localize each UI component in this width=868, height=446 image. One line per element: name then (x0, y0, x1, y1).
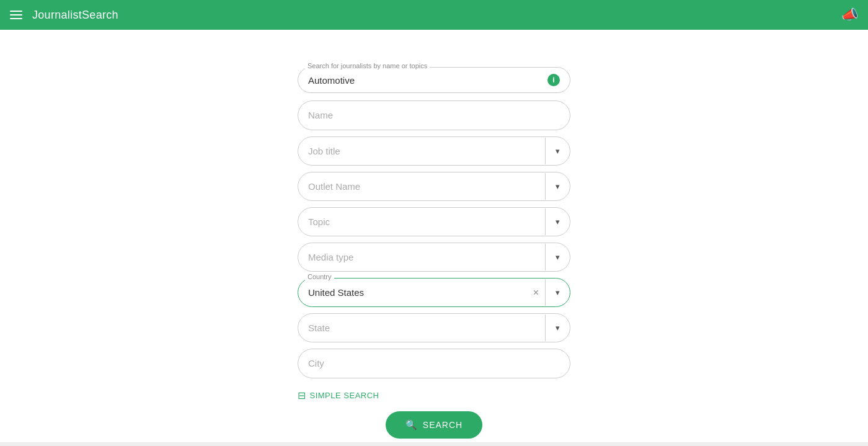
job-title-chevron[interactable]: ▾ (545, 138, 570, 164)
job-title-dropdown[interactable]: Job title ▾ (298, 136, 570, 166)
simple-search-label: SIMPLE SEARCH (310, 391, 379, 400)
footer-bar (0, 442, 868, 446)
outlet-name-dropdown[interactable]: Outlet Name ▾ (298, 172, 570, 201)
city-input-wrapper (298, 349, 570, 378)
name-input-wrapper (298, 100, 570, 130)
country-chevron[interactable]: ▾ (545, 279, 570, 306)
app-header: JournalistSearch 📣 (0, 0, 868, 30)
search-field-label: Search for journalists by name or topics (305, 62, 430, 69)
city-input[interactable] (308, 358, 560, 368)
country-label: Country (305, 273, 334, 280)
outlet-name-chevron[interactable]: ▾ (545, 173, 570, 200)
media-type-chevron[interactable]: ▾ (545, 244, 570, 270)
simple-search-link[interactable]: ⊟ SIMPLE SEARCH (298, 390, 570, 401)
menu-button[interactable] (10, 11, 22, 19)
media-type-label: Media type (298, 243, 545, 271)
media-type-dropdown[interactable]: Media type ▾ (298, 243, 570, 272)
state-chevron[interactable]: ▾ (545, 314, 570, 341)
header-left: JournalistSearch (10, 9, 118, 22)
name-input[interactable] (308, 110, 560, 120)
app-title: JournalistSearch (32, 9, 118, 22)
info-badge[interactable]: i (547, 74, 560, 86)
simple-search-icon: ⊟ (298, 390, 306, 401)
main-search-group: Search for journalists by name or topics… (298, 67, 570, 93)
country-wrapper: United States × ▾ (298, 278, 570, 307)
search-button-icon: 🔍 (405, 419, 418, 430)
job-title-label: Job title (298, 137, 545, 165)
country-group: Country United States × ▾ (298, 278, 570, 307)
topic-chevron[interactable]: ▾ (545, 208, 570, 235)
search-input-wrapper: i (298, 67, 570, 93)
country-value[interactable]: United States (298, 279, 527, 306)
main-search-input[interactable] (308, 75, 547, 86)
topic-label: Topic (298, 208, 545, 236)
topic-dropdown[interactable]: Topic ▾ (298, 207, 570, 236)
state-label: State (298, 314, 545, 342)
country-clear-button[interactable]: × (527, 288, 545, 298)
search-form: Search for journalists by name or topics… (298, 67, 570, 439)
search-button-label: SEARCH (423, 420, 463, 430)
megaphone-icon[interactable]: 📣 (841, 7, 858, 23)
outlet-name-label: Outlet Name (298, 172, 545, 200)
main-content: Search for journalists by name or topics… (0, 30, 868, 446)
search-button[interactable]: 🔍 SEARCH (386, 411, 482, 439)
state-dropdown[interactable]: State ▾ (298, 313, 570, 342)
